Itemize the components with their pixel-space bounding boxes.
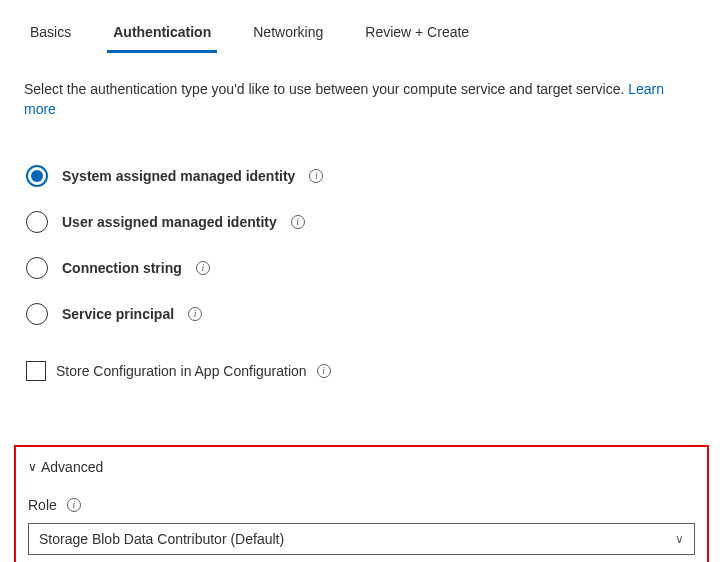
radio-connection-string[interactable]: Connection string i (24, 257, 699, 279)
radio-service-principal[interactable]: Service principal i (24, 303, 699, 325)
info-icon[interactable]: i (309, 169, 323, 183)
info-icon[interactable]: i (67, 498, 81, 512)
role-label: Role (28, 497, 57, 513)
tab-authentication[interactable]: Authentication (107, 18, 217, 53)
info-icon[interactable]: i (196, 261, 210, 275)
tab-basics[interactable]: Basics (24, 18, 77, 53)
auth-type-radio-group: System assigned managed identity i User … (24, 165, 699, 325)
store-config-checkbox[interactable] (26, 361, 46, 381)
radio-system-identity[interactable]: System assigned managed identity i (24, 165, 699, 187)
auth-description-text: Select the authentication type you'd lik… (24, 81, 624, 97)
tabs-bar: Basics Authentication Networking Review … (0, 0, 723, 53)
advanced-section: ∨ Advanced Role i Storage Blob Data Cont… (14, 445, 709, 562)
radio-system-identity-label: System assigned managed identity (62, 168, 295, 184)
radio-user-identity-label: User assigned managed identity (62, 214, 277, 230)
radio-connection-string-label: Connection string (62, 260, 182, 276)
radio-button-icon (26, 211, 48, 233)
store-config-label: Store Configuration in App Configuration (56, 363, 307, 379)
info-icon[interactable]: i (188, 307, 202, 321)
radio-button-icon (26, 165, 48, 187)
role-label-row: Role i (28, 497, 695, 513)
advanced-header-label: Advanced (41, 459, 103, 475)
info-icon[interactable]: i (317, 364, 331, 378)
radio-button-icon (26, 303, 48, 325)
content-area: Select the authentication type you'd lik… (0, 53, 723, 401)
auth-description: Select the authentication type you'd lik… (24, 79, 699, 119)
tab-review-create[interactable]: Review + Create (359, 18, 475, 53)
radio-user-identity[interactable]: User assigned managed identity i (24, 211, 699, 233)
radio-service-principal-label: Service principal (62, 306, 174, 322)
role-select-value: Storage Blob Data Contributor (Default) (39, 531, 284, 547)
chevron-down-icon: ∨ (28, 461, 37, 473)
radio-button-icon (26, 257, 48, 279)
role-select[interactable]: Storage Blob Data Contributor (Default) … (28, 523, 695, 555)
chevron-down-icon: ∨ (675, 532, 684, 546)
advanced-toggle[interactable]: ∨ Advanced (28, 459, 695, 475)
tab-networking[interactable]: Networking (247, 18, 329, 53)
info-icon[interactable]: i (291, 215, 305, 229)
store-config-row: Store Configuration in App Configuration… (24, 361, 699, 381)
